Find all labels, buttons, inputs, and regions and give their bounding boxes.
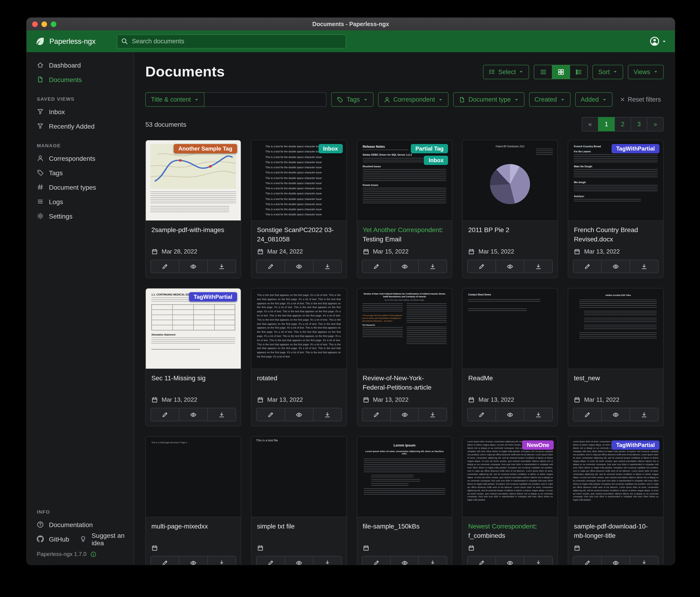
download-button[interactable] [630,556,658,565]
document-card[interactable]: Another Sample Tag 2sample-pdf-with-imag… [145,140,241,278]
document-card[interactable]: This is a test file. simple txt file [251,436,347,565]
download-button[interactable] [419,556,447,565]
edit-button[interactable] [257,408,284,421]
search-input[interactable] [117,34,346,48]
edit-button[interactable] [468,556,496,565]
document-card[interactable]: Release Notes Simba ODBC Driver for SQL … [356,140,452,278]
app-brand[interactable]: Paperless-ngx [35,36,96,46]
document-title[interactable]: 2sample-pdf-with-images [146,221,241,246]
pagination-page-1[interactable]: 1 [598,117,615,132]
tag-badge[interactable]: TagWithPartial [189,292,237,302]
view-button[interactable] [284,556,313,565]
zoom-button[interactable] [51,21,56,27]
minimize-button[interactable] [42,21,47,27]
download-button[interactable] [207,408,236,421]
correspondent-filter-button[interactable]: Correspondent [378,92,449,107]
view-button[interactable] [601,260,630,272]
edit-button[interactable] [257,260,284,272]
view-button[interactable] [179,556,207,565]
document-card[interactable]: Adobe Acrobat PDF Files test_new Mar 11,… [568,288,664,426]
document-title[interactable]: file-sample_150kBs [357,517,452,543]
document-thumbnail[interactable]: Patient BP Distribution 2011 [463,140,558,221]
document-title[interactable]: multi-page-mixedxx [146,517,241,543]
view-button[interactable] [284,260,313,272]
edit-button[interactable] [573,408,601,421]
edit-button[interactable] [151,260,179,272]
document-thumbnail[interactable]: French Country Bread For the Leaven: Mak… [568,140,663,221]
added-filter-button[interactable]: Added [575,92,612,107]
download-button[interactable] [207,260,236,272]
document-thumbnail[interactable]: Lorem ipsum dolor sit amet, consectetur … [568,437,663,517]
edit-button[interactable] [362,556,390,565]
document-title[interactable]: rotated [251,369,347,394]
document-card[interactable]: Review of New York Federal Petitions for… [356,288,452,426]
title-content-dropdown[interactable]: Title & content [145,92,204,107]
document-card[interactable]: 1.1. CONTINUING MEDICAL EDUCA Attestatio… [145,288,241,426]
download-button[interactable] [630,260,658,272]
view-grid-button[interactable] [552,65,570,78]
document-title[interactable]: 2011 BP Pie 2 [463,221,558,246]
download-button[interactable] [524,408,553,421]
tag-badge[interactable]: Inbox [318,144,343,153]
pagination-next[interactable]: » [647,117,664,132]
document-thumbnail[interactable]: This is a multi page document. Page 1. [146,437,241,517]
document-correspondent[interactable]: Newest Correspondent [468,522,537,530]
sidebar-item-correspondents[interactable]: Correspondents [27,151,134,165]
window-titlebar[interactable]: Documents - Paperless-ngx [27,18,675,30]
document-thumbnail[interactable]: Lorem ipsum Lorem ipsum dolor sit amet, … [357,437,452,517]
views-button[interactable]: Views [628,65,664,79]
view-button[interactable] [496,260,524,272]
tag-badge[interactable]: Another Sample Tag [174,144,237,153]
sidebar-item-recently-added[interactable]: Recently Added [27,119,134,133]
edit-button[interactable] [362,408,390,421]
tag-badge[interactable]: NewOne [522,440,554,450]
document-card[interactable]: This is the text that appears on the fir… [251,288,347,426]
sidebar-item-settings[interactable]: Settings [27,209,134,223]
sort-button[interactable]: Sort [593,65,623,79]
document-card[interactable]: Lorem ipsum dolor sit amet, consectetur … [462,436,558,565]
sidebar-item-inbox[interactable]: Inbox [27,104,134,119]
document-thumbnail[interactable]: Review of New York Federal Petitions for… [357,288,452,369]
edit-button[interactable] [468,408,496,421]
sidebar-item-github[interactable]: GitHub [27,532,69,546]
view-button[interactable] [496,556,524,565]
sidebar-item-tags[interactable]: Tags [27,165,134,180]
document-card[interactable]: Patient BP Distribution 2011 2011 BP Pie… [462,140,558,278]
document-title[interactable]: Newest Correspondentf_combineds [463,517,558,543]
pagination-page-2[interactable]: 2 [614,117,631,132]
view-button[interactable] [601,556,630,565]
tag-badge[interactable]: Partial Tag [411,144,448,153]
document-card[interactable]: This is a test for the double space char… [251,140,347,278]
pagination-page-3[interactable]: 3 [631,117,647,132]
tag-badge[interactable]: Inbox [424,156,448,165]
view-button[interactable] [284,408,313,421]
document-card[interactable]: Lorem ipsum dolor sit amet, consectetur … [568,436,664,565]
view-button[interactable] [390,260,419,272]
edit-button[interactable] [468,260,496,272]
view-button[interactable] [496,408,524,421]
document-title[interactable]: simple txt file [251,517,347,543]
download-button[interactable] [524,556,553,565]
tag-badge[interactable]: TagWithPartial [611,440,659,450]
document-thumbnail[interactable]: Adobe Acrobat PDF Files [568,288,663,369]
download-button[interactable] [313,408,341,421]
document-type-filter-button[interactable]: Document type [453,92,524,107]
document-title[interactable]: French Country Bread Revised.docx [568,221,663,246]
sidebar-item-dashboard[interactable]: Dashboard [27,58,134,72]
created-filter-button[interactable]: Created [529,92,570,107]
pagination-prev[interactable]: « [582,117,598,132]
document-card[interactable]: Lorem ipsum Lorem ipsum dolor sit amet, … [356,436,452,565]
user-menu[interactable] [650,37,667,46]
document-thumbnail[interactable]: Lorem ipsum dolor sit amet, consectetur … [463,437,558,517]
download-button[interactable] [207,556,236,565]
document-thumbnail[interactable]: This is a test file. [251,437,347,517]
view-button[interactable] [390,408,419,421]
sidebar-item-documents[interactable]: Documents [27,72,134,87]
edit-button[interactable] [151,556,179,565]
sidebar-item-document-types[interactable]: Document types [27,180,134,194]
info-icon[interactable] [90,551,96,557]
download-button[interactable] [524,260,553,272]
document-correspondent[interactable]: Yet Another Correspondent [362,226,443,234]
document-title[interactable]: ReadMe [463,369,558,394]
download-button[interactable] [419,408,447,421]
